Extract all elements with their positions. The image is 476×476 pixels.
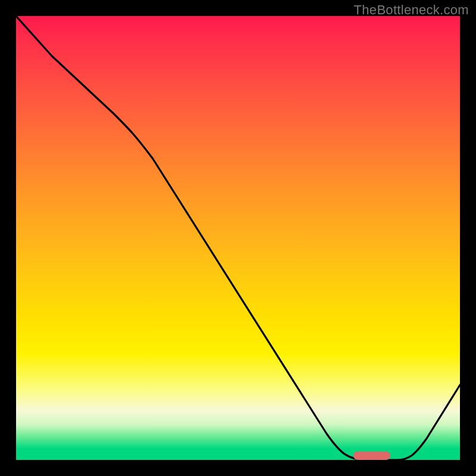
optimal-marker [353,452,390,460]
watermark-text: TheBottleneck.com [354,2,469,18]
curve-path [16,16,460,460]
bottleneck-curve [16,16,460,460]
